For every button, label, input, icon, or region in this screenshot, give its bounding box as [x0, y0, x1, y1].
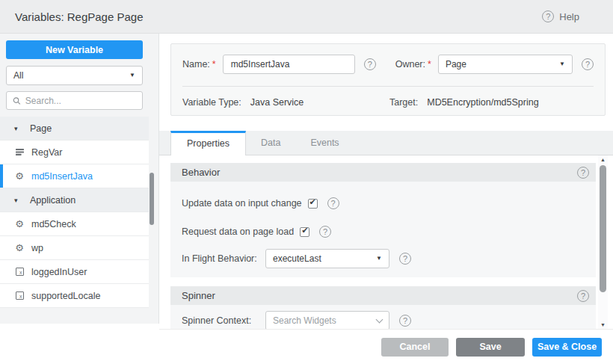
static-variable-icon: x: [14, 291, 25, 300]
required-marker: *: [428, 59, 431, 70]
update-data-label: Update data on input change: [182, 198, 302, 209]
dropdown-arrow-icon: ▼: [559, 61, 565, 67]
tree-item-label: wp: [31, 243, 43, 253]
dialog-header: Variables: RegPage Page Help: [0, 0, 613, 34]
tree-item-label: loggedInUser: [31, 267, 87, 277]
filter-selected-value: All: [13, 70, 23, 81]
cancel-button[interactable]: Cancel: [381, 338, 449, 357]
tree-group-label: Application: [30, 195, 76, 206]
tree-item-regvar[interactable]: RegVar: [0, 141, 149, 164]
tree-item-md5insertjava[interactable]: ⚙ md5InsertJava: [0, 164, 149, 188]
behavior-section: Behavior Update data on input change Req…: [170, 163, 596, 277]
target-label: Target:: [389, 97, 418, 108]
in-flight-select[interactable]: executeLast ▼: [265, 249, 389, 268]
dropdown-arrow-icon: ▼: [129, 73, 135, 78]
help-label: Help: [559, 11, 579, 22]
update-data-help-icon[interactable]: [327, 197, 339, 209]
live-variable-icon: [14, 147, 25, 157]
tree-item-label: md5Check: [31, 219, 76, 229]
help-icon: [542, 10, 554, 22]
spinner-context-combobox[interactable]: [265, 311, 389, 329]
variable-search[interactable]: [6, 91, 143, 110]
request-data-help-icon[interactable]: [319, 226, 331, 238]
variable-type-value: Java Service: [250, 97, 304, 108]
tree-item-supportedlocale[interactable]: x supportedLocale: [0, 284, 149, 308]
owner-selected-value: Page: [446, 59, 466, 70]
name-field[interactable]: [223, 55, 355, 74]
required-marker: *: [212, 59, 216, 70]
spinner-section: Spinner Spinner Context:: [170, 286, 596, 329]
properties-tab-content: Behavior Update data on input change Req…: [159, 155, 613, 329]
variable-type-label: Variable Type:: [182, 97, 241, 108]
variable-detail-panel: Name: * Owner: * Page ▼ Variable Type: J…: [159, 34, 613, 364]
tree-item-wp[interactable]: ⚙ wp: [0, 236, 149, 260]
target-value: MD5Encryption/md5Spring: [427, 97, 538, 108]
variables-sidebar: New Variable All ▼ ▾ Page: [0, 34, 159, 324]
chevron-down-icon: ▾: [14, 125, 23, 132]
tree-group-page[interactable]: ▾ Page: [0, 117, 149, 141]
content-scrollbar[interactable]: ▲ ▼: [598, 155, 608, 329]
in-flight-help-icon[interactable]: [399, 253, 411, 265]
divider: [182, 86, 594, 87]
owner-label: Owner:: [395, 59, 425, 70]
variable-info-box: Name: * Owner: * Page ▼ Variable Type: J…: [170, 43, 606, 116]
search-icon: [13, 96, 21, 105]
tree-group-label: Page: [30, 123, 52, 134]
dropdown-arrow-icon: ▼: [376, 256, 382, 262]
action-footer: Cancel Save Save & Close: [159, 329, 613, 364]
tree-item-label: md5InsertJava: [31, 171, 93, 182]
behavior-help-icon[interactable]: [577, 167, 589, 179]
save-and-close-button[interactable]: Save & Close: [532, 338, 602, 357]
name-label: Name:: [182, 59, 210, 70]
sidebar-scrollbar-thumb[interactable]: [150, 173, 154, 225]
name-help-icon[interactable]: [364, 58, 376, 70]
tab-events[interactable]: Events: [295, 131, 354, 155]
search-input[interactable]: [25, 96, 136, 106]
tab-properties[interactable]: Properties: [170, 131, 246, 155]
new-variable-button[interactable]: New Variable: [6, 40, 143, 59]
in-flight-selected-value: executeLast: [273, 253, 321, 264]
service-variable-icon: ⚙: [14, 219, 25, 229]
detail-tabs: Properties Data Events: [159, 131, 613, 155]
tree-item-md5check[interactable]: ⚙ md5Check: [0, 212, 149, 236]
content-scrollbar-thumb[interactable]: [600, 165, 606, 292]
tree-item-loggedinuser[interactable]: x loggedInUser: [0, 260, 149, 284]
tab-data[interactable]: Data: [246, 131, 295, 155]
tree-group-application[interactable]: ▾ Application: [0, 188, 149, 212]
scroll-up-icon[interactable]: ▲: [598, 157, 608, 162]
variable-filter-select[interactable]: All ▼: [6, 66, 143, 85]
chevron-down-icon: [376, 315, 383, 323]
static-variable-icon: x: [14, 268, 25, 276]
request-data-label: Request data on page load: [182, 226, 294, 237]
spinner-context-label: Spinner Context:: [182, 315, 265, 326]
tree-item-label: RegVar: [31, 147, 62, 158]
spinner-help-icon[interactable]: [577, 290, 589, 302]
page-title: Variables: RegPage Page: [15, 10, 144, 23]
owner-select[interactable]: Page ▼: [438, 55, 573, 74]
help-link[interactable]: Help: [542, 10, 579, 22]
update-data-row: Update data on input change: [182, 194, 585, 213]
variables-tree: ▾ Page RegVar ⚙ md5InsertJava ▾ Applicat…: [0, 117, 158, 308]
owner-help-icon[interactable]: [582, 58, 594, 70]
behavior-section-title: Behavior: [182, 167, 220, 178]
request-data-row: Request data on page load: [182, 222, 585, 241]
update-data-checkbox[interactable]: [308, 199, 318, 209]
service-variable-icon: ⚙: [14, 171, 25, 181]
service-variable-icon: ⚙: [14, 243, 25, 253]
tree-item-label: supportedLocale: [31, 291, 100, 301]
in-flight-label: In Flight Behavior:: [182, 253, 265, 264]
spinner-context-input[interactable]: [273, 315, 355, 326]
in-flight-row: In Flight Behavior: executeLast ▼: [182, 249, 585, 268]
spinner-context-help-icon[interactable]: [399, 315, 411, 327]
spinner-section-title: Spinner: [182, 290, 215, 301]
scroll-down-icon[interactable]: ▼: [598, 322, 608, 327]
spinner-context-row: Spinner Context:: [182, 311, 585, 329]
chevron-down-icon: ▾: [14, 197, 23, 204]
save-button[interactable]: Save: [456, 338, 525, 357]
request-data-checkbox[interactable]: [300, 227, 309, 237]
